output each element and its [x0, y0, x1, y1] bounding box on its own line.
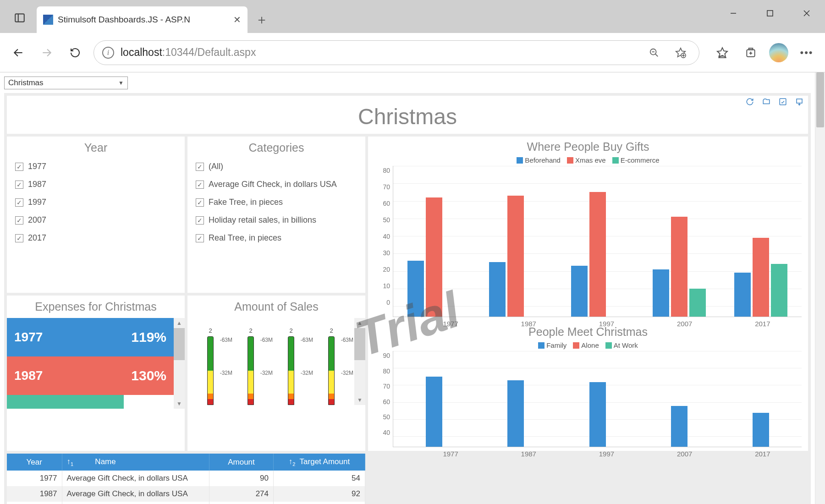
- bar[interactable]: [671, 406, 688, 447]
- expense-row[interactable]: 1987130%: [7, 356, 174, 395]
- checkbox-item[interactable]: ✓1977: [15, 162, 176, 171]
- bar[interactable]: [489, 262, 506, 317]
- legend-item[interactable]: Xmas eve: [567, 156, 606, 164]
- browser-chrome: Stimulsoft Dashboards.JS - ASP.N ✕ ＋ i l…: [0, 0, 825, 72]
- profile-avatar[interactable]: [769, 43, 788, 62]
- col-target[interactable]: ↑2 Target Amount: [274, 454, 365, 471]
- bar[interactable]: [653, 269, 669, 317]
- expenses-scrollbar[interactable]: ▲ ▼: [174, 318, 185, 409]
- checkbox-item[interactable]: ✓1987: [15, 180, 176, 189]
- bar[interactable]: [753, 413, 769, 447]
- table-row[interactable]: 1977Average Gift Check, in dollars USA90…: [7, 471, 365, 486]
- sales-title: Amount of Sales: [187, 300, 365, 313]
- bar[interactable]: [426, 377, 442, 447]
- edit-icon[interactable]: [778, 97, 788, 107]
- bar[interactable]: [507, 380, 524, 447]
- scroll-down-icon[interactable]: ▼: [357, 395, 363, 405]
- expense-row[interactable]: [7, 395, 124, 409]
- collections-icon[interactable]: [741, 43, 761, 63]
- minimize-button[interactable]: [715, 0, 752, 27]
- scroll-up-icon[interactable]: ▲: [357, 318, 363, 328]
- legend-item[interactable]: Alone: [573, 341, 599, 349]
- legend-item[interactable]: Family: [538, 341, 566, 349]
- export-icon[interactable]: [794, 97, 804, 107]
- new-tab-button[interactable]: ＋: [250, 8, 273, 31]
- bar[interactable]: [689, 289, 706, 317]
- checkbox-item[interactable]: ✓Holiday retail sales, in billions: [196, 215, 357, 225]
- table-row[interactable]: 1997Average Gift Check, in dollars USA60…: [7, 502, 365, 504]
- legend-item[interactable]: At Work: [605, 341, 638, 349]
- bar[interactable]: [589, 192, 606, 317]
- page-viewport: Christmas ▼ Christmas Year ✓1977✓1987✓19…: [0, 72, 825, 504]
- gauge: -63M-32M2: [273, 318, 309, 405]
- col-name[interactable]: ↑1 Name: [62, 454, 209, 471]
- checkbox-label: 1997: [28, 197, 46, 207]
- address-bar[interactable]: i localhost:10344/Default.aspx: [94, 40, 699, 65]
- dashboard: Christmas Year ✓1977✓1987✓1997✓2007✓2017…: [4, 93, 811, 504]
- expense-row[interactable]: 1977119%: [7, 318, 174, 356]
- checkbox-label: Average Gift Check, in dollars USA: [209, 180, 337, 189]
- checkbox-item[interactable]: ✓(All): [196, 162, 357, 171]
- site-info-icon[interactable]: i: [102, 47, 114, 59]
- reload-button[interactable]: [65, 43, 85, 63]
- bar[interactable]: [571, 266, 588, 317]
- bar[interactable]: [507, 196, 524, 317]
- back-button[interactable]: [8, 43, 28, 63]
- maximize-button[interactable]: [752, 0, 788, 27]
- checkbox-item[interactable]: ✓1997: [15, 197, 176, 207]
- checkbox-label: (All): [209, 162, 223, 171]
- zoom-out-icon[interactable]: [644, 43, 664, 63]
- report-selector-row: Christmas ▼: [4, 77, 811, 89]
- checkbox-item[interactable]: ✓Average Gift Check, in dollars USA: [196, 180, 357, 189]
- tab-title: Stimulsoft Dashboards.JS - ASP.N: [58, 15, 229, 25]
- svg-line-9: [655, 54, 658, 56]
- col-amount[interactable]: Amount: [209, 454, 274, 471]
- checkbox-icon: ✓: [15, 198, 23, 207]
- sales-scrollbar[interactable]: ▲ ▼: [354, 318, 365, 405]
- svg-rect-3: [767, 11, 773, 16]
- bar[interactable]: [589, 382, 606, 447]
- browser-tab[interactable]: Stimulsoft Dashboards.JS - ASP.N ✕: [37, 6, 248, 33]
- sidebar-toggle-icon[interactable]: [7, 5, 32, 30]
- favorite-add-icon[interactable]: [671, 43, 691, 63]
- favorites-icon[interactable]: [712, 43, 732, 63]
- gauge: -63M-32M2: [192, 318, 229, 405]
- legend-item[interactable]: E-commerce: [612, 156, 660, 164]
- checkbox-label: Real Tree, in pieces: [209, 233, 281, 243]
- bar[interactable]: [734, 273, 751, 317]
- report-selector[interactable]: Christmas ▼: [4, 77, 128, 89]
- scroll-up-icon[interactable]: ▲: [176, 318, 182, 328]
- data-table: Year ↑1 Name Amount ↑2 Target Amount 197…: [7, 454, 365, 504]
- checkbox-item[interactable]: ✓Fake Tree, in pieces: [196, 197, 357, 207]
- tab-close-icon[interactable]: ✕: [233, 14, 241, 25]
- menu-icon[interactable]: •••: [797, 43, 817, 63]
- checkbox-item[interactable]: ✓2007: [15, 215, 176, 225]
- dashboard-title: Christmas: [7, 96, 808, 134]
- checkbox-label: 2007: [28, 215, 46, 225]
- expenses-title: Expenses for Christmas: [7, 300, 185, 313]
- table-row[interactable]: 1987Average Gift Check, in dollars USA27…: [7, 486, 365, 502]
- bar[interactable]: [671, 217, 688, 317]
- scroll-down-icon[interactable]: ▼: [176, 399, 182, 409]
- gauge: -63M-32M2: [313, 318, 350, 405]
- checkbox-item[interactable]: ✓2017: [15, 233, 176, 243]
- svg-rect-21: [780, 99, 786, 105]
- bar[interactable]: [771, 264, 787, 317]
- col-year[interactable]: Year: [7, 454, 62, 471]
- bar[interactable]: [426, 197, 442, 317]
- checkbox-item[interactable]: ✓Real Tree, in pieces: [196, 233, 357, 243]
- chart-plot[interactable]: 19771987199720072017: [393, 166, 802, 317]
- bar[interactable]: [753, 238, 769, 317]
- refresh-icon[interactable]: [745, 97, 755, 107]
- bar[interactable]: [407, 261, 424, 317]
- year-filter-title: Year: [13, 141, 178, 154]
- checkbox-icon: ✓: [196, 163, 204, 171]
- chart-plot[interactable]: 19771987199720072017: [393, 351, 802, 447]
- open-icon[interactable]: [761, 97, 771, 107]
- gauge: -63M-32M2: [232, 318, 269, 405]
- close-window-button[interactable]: [788, 0, 825, 27]
- checkbox-icon: ✓: [15, 234, 23, 242]
- legend-item[interactable]: Beforehand: [517, 156, 561, 164]
- page-scrollbar[interactable]: [815, 72, 825, 504]
- year-filter-panel: Year ✓1977✓1987✓1997✓2007✓2017: [7, 137, 185, 293]
